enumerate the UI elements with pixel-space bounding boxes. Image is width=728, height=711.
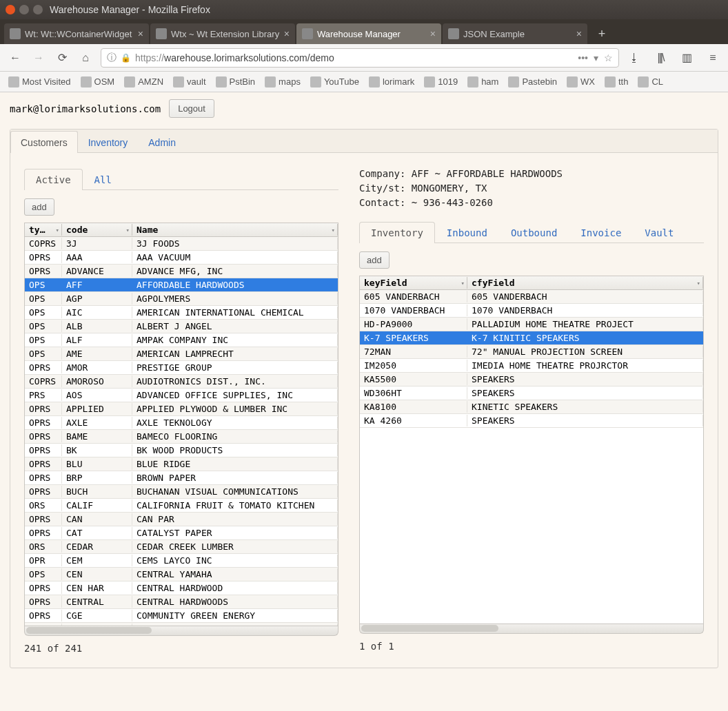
table-row[interactable]: OPRSBUCHBUCHANAN VISUAL COMMUNICATIONS <box>25 485 338 499</box>
bookmark-item[interactable]: 1019 <box>424 76 458 87</box>
table-row[interactable]: ORSCALIFCALIFORNIA FRUIT & TOMATO KITCHE… <box>25 499 338 513</box>
table-row[interactable]: 605 VANDERBACH605 VANDERBACH <box>360 290 703 304</box>
table-row[interactable]: OPSAMEAMERICAN LAMPRECHT <box>25 347 338 361</box>
table-row[interactable]: IM2050IMEDIA HOME THEATRE PROJRCTOR <box>360 359 703 373</box>
ellipsis-icon[interactable]: ••• <box>578 52 588 63</box>
detail-tab-inbound[interactable]: Inbound <box>435 222 499 243</box>
scrollbar-horizontal[interactable] <box>359 624 704 634</box>
column-header[interactable]: cfyField▾ <box>467 277 703 289</box>
main-tab-inventory[interactable]: Inventory <box>78 131 139 153</box>
reload-icon[interactable]: ⟳ <box>54 50 70 66</box>
close-tab-icon[interactable]: × <box>284 28 290 39</box>
table-row[interactable]: OPSAICAMERICAN INTERNATIONAL CHEMICAL <box>25 306 338 320</box>
table-row[interactable]: K-7 SPEAKERSK-7 KINITIC SPEAKERS <box>360 331 703 345</box>
table-row[interactable]: COPRS3J3J FOODS <box>25 237 338 251</box>
table-row[interactable]: OPRSCENTRALCENTRAL HARDWOODS <box>25 595 338 609</box>
close-tab-icon[interactable]: × <box>138 28 143 39</box>
customers-grid[interactable]: ty…▾code▾Name▾COPRS3J3J FOODSOPRSAAAAAA … <box>24 223 338 626</box>
table-row[interactable]: OPRSCEN HARCENTRAL HARDWOOD <box>25 581 338 595</box>
column-header[interactable]: code▾ <box>62 224 132 236</box>
inventory-grid[interactable]: keyField▾cfyField▾605 VANDERBACH605 VAND… <box>359 276 704 624</box>
table-row[interactable]: OPSCENCENTRAL YAMAHA <box>25 568 338 581</box>
window-close-icon[interactable] <box>6 5 15 14</box>
new-tab-button[interactable]: + <box>592 25 612 43</box>
table-row[interactable]: OPSALBALBERT J ANGEL <box>25 320 338 333</box>
downloads-icon[interactable]: ⭳ <box>626 50 643 66</box>
scrollbar-horizontal[interactable] <box>24 626 338 636</box>
bookmark-item[interactable]: OSM <box>81 76 115 87</box>
table-row[interactable]: OPSAGPAGPOLYMERS <box>25 292 338 306</box>
add-inventory-button[interactable]: add <box>359 251 390 269</box>
bookmark-item[interactable]: Pastebin <box>508 76 557 87</box>
sort-icon[interactable]: ▾ <box>56 227 59 234</box>
bookmark-item[interactable]: WX <box>567 76 595 87</box>
bookmark-item[interactable]: vault <box>173 76 205 87</box>
table-row[interactable]: OPRSAPPLIEDAPPLIED PLYWOOD & LUMBER INC <box>25 402 338 416</box>
back-icon[interactable]: ← <box>7 50 23 66</box>
bookmark-item[interactable]: YouTube <box>310 76 359 87</box>
table-row[interactable]: OPRSBLUBLUE RIDGE <box>25 457 338 471</box>
sort-icon[interactable]: ▾ <box>332 227 335 234</box>
close-tab-icon[interactable]: × <box>430 28 436 39</box>
table-row[interactable]: OPRSADVANCEADVANCE MFG, INC <box>25 265 338 278</box>
table-row[interactable]: OPRSAMORPRESTIGE GROUP <box>25 361 338 375</box>
bookmark-item[interactable]: PstBin <box>216 76 256 87</box>
table-row[interactable]: OPRSCATCATALYST PAPER <box>25 526 338 540</box>
table-row[interactable]: ORSCEDARCEDAR CREEK LUMBER <box>25 540 338 554</box>
url-bar[interactable]: ⓘ 🔒 https://warehouse.lorimarksolutions.… <box>101 48 619 68</box>
bookmark-item[interactable]: Most Visited <box>8 76 71 87</box>
bookmark-item[interactable]: ham <box>467 76 498 87</box>
sidebar-icon[interactable]: ▥ <box>678 50 695 66</box>
reader-icon[interactable]: ▾ <box>594 52 598 63</box>
table-row[interactable]: OPRSBRPBROWN PAPER <box>25 471 338 485</box>
column-header[interactable]: Name▾ <box>132 224 338 236</box>
logout-button[interactable]: Logout <box>169 99 214 118</box>
table-row[interactable]: HD-PA9000PALLADIUM HOME THEATRE PROJECT <box>360 318 703 331</box>
bookmark-item[interactable]: lorimark <box>369 76 414 87</box>
detail-tab-inventory[interactable]: Inventory <box>359 222 435 243</box>
table-row[interactable]: 72MAN72" MANUAL PROJECTION SCREEN <box>360 345 703 359</box>
bookmark-star-icon[interactable]: ☆ <box>604 52 613 63</box>
table-row[interactable]: OPRSCGECOMMUNITY GREEN ENERGY <box>25 609 338 623</box>
column-header[interactable]: keyField▾ <box>360 277 467 289</box>
browser-tab[interactable]: Warehouse Manager × <box>296 23 441 44</box>
customers-tab-all[interactable]: All <box>83 169 123 190</box>
browser-tab[interactable]: JSON Example × <box>443 23 587 44</box>
column-header[interactable]: ty…▾ <box>25 224 62 236</box>
table-row[interactable]: OPRSBAMEBAMECO FLOORING <box>25 430 338 444</box>
bookmark-item[interactable]: AMZN <box>124 76 163 87</box>
home-icon[interactable]: ⌂ <box>77 50 94 66</box>
close-tab-icon[interactable]: × <box>576 28 582 39</box>
window-minimize-icon[interactable] <box>19 5 29 14</box>
table-row[interactable]: OPRSAXLEAXLE TEKNOLOGY <box>25 416 338 430</box>
sort-icon[interactable]: ▾ <box>126 227 130 234</box>
table-row[interactable]: OPRSAAAAAA VACUUM <box>25 251 338 265</box>
customers-tab-active[interactable]: Active <box>24 169 83 190</box>
table-row[interactable]: OPRCEMCEMS LAYCO INC <box>25 554 338 568</box>
sort-icon[interactable]: ▾ <box>461 280 465 287</box>
table-row[interactable]: WD306HTSPEAKERS <box>360 387 703 400</box>
browser-tab[interactable]: Wtx ~ Wt Extension Library × <box>150 23 295 44</box>
table-row[interactable]: KA 4260SPEAKERS <box>360 414 703 428</box>
library-icon[interactable]: |||\ <box>652 50 669 66</box>
detail-tab-vault[interactable]: Vault <box>633 222 685 243</box>
main-tab-admin[interactable]: Admin <box>138 131 186 153</box>
bookmark-item[interactable]: tth <box>605 76 628 87</box>
bookmark-item[interactable]: maps <box>265 76 301 87</box>
table-row[interactable]: COPRSAMOROSOAUDIOTRONICS DIST., INC. <box>25 375 338 389</box>
table-row[interactable]: KA8100KINETIC SPEAKERS <box>360 400 703 414</box>
menu-icon[interactable]: ≡ <box>705 50 721 66</box>
info-icon[interactable]: ⓘ <box>107 52 117 64</box>
forward-icon[interactable]: → <box>30 50 47 66</box>
browser-tab[interactable]: Wt: Wt::WContainerWidget × <box>4 23 149 44</box>
table-row[interactable]: OPRSCANCAN PAR <box>25 513 338 526</box>
sort-icon[interactable]: ▾ <box>697 280 700 287</box>
table-row[interactable]: OPSALFAMPAK COMPANY INC <box>25 333 338 347</box>
table-row[interactable]: KA5500SPEAKERS <box>360 373 703 387</box>
table-row[interactable]: OPRSBKBK WOOD PRODUCTS <box>25 444 338 457</box>
bookmark-item[interactable]: CL <box>638 76 663 87</box>
window-maximize-icon[interactable] <box>33 5 43 14</box>
detail-tab-outbound[interactable]: Outbound <box>499 222 569 243</box>
table-row[interactable]: 1070 VANDERBACH1070 VANDERBACH <box>360 304 703 318</box>
table-row[interactable]: OPSAFFAFFORDABLE HARDWOODS <box>25 278 338 292</box>
